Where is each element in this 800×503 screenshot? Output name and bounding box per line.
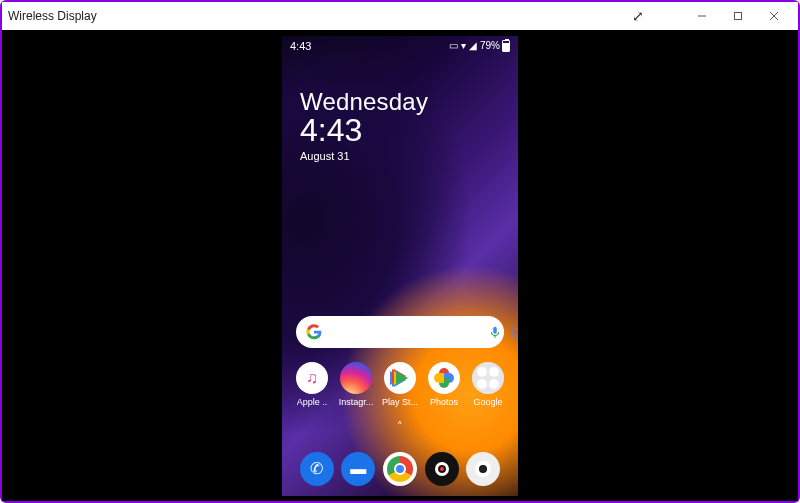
clock-time: 4:43 — [300, 114, 518, 146]
close-icon — [769, 11, 779, 21]
app-photos[interactable]: Photos — [424, 362, 464, 407]
minimize-button[interactable] — [684, 4, 720, 28]
battery-icon — [502, 40, 510, 52]
app-label: Google — [473, 397, 502, 407]
dock-messages[interactable]: ▬ — [341, 452, 375, 486]
status-icons: ▭ ▾ ◢ 79% — [449, 40, 510, 52]
camera-icon — [475, 461, 491, 477]
window-title: Wireless Display — [8, 9, 97, 23]
dock-recorder[interactable] — [425, 452, 459, 486]
instagram-icon — [340, 362, 372, 394]
photos-icon — [428, 362, 460, 394]
dock-chrome[interactable] — [383, 452, 417, 486]
minimize-icon — [697, 11, 707, 21]
app-window: Wireless Display ⤢ 4:43 ▭ ▾ ◢ — [0, 0, 800, 503]
lens-icon[interactable] — [510, 325, 518, 339]
vibrate-icon: ▭ — [449, 40, 458, 51]
window-controls — [684, 4, 792, 28]
chrome-icon — [387, 456, 413, 482]
expand-icon[interactable]: ⤢ — [632, 8, 644, 24]
battery-indicator: 79% — [480, 40, 510, 52]
dock: ✆ ▬ — [282, 452, 518, 486]
app-google-folder[interactable]: Google — [468, 362, 508, 407]
svg-rect-1 — [735, 13, 742, 20]
app-play-store[interactable]: Play St... — [380, 362, 420, 407]
status-clock: 4:43 — [290, 40, 311, 52]
app-label: Photos — [430, 397, 458, 407]
google-logo-icon — [306, 324, 322, 340]
cast-surface: 4:43 ▭ ▾ ◢ 79% Wednesday 4:43 August 31 — [2, 30, 798, 501]
svg-point-5 — [515, 330, 518, 334]
app-drawer-handle[interactable]: ˄ — [397, 420, 403, 433]
status-bar: 4:43 ▭ ▾ ◢ 79% — [282, 36, 518, 54]
mic-icon[interactable] — [488, 325, 502, 339]
recorder-icon — [435, 462, 449, 476]
apple-music-icon: ♫ — [296, 362, 328, 394]
signal-icon: ◢ — [469, 40, 477, 51]
phone-icon: ✆ — [310, 459, 323, 478]
wifi-icon: ▾ — [461, 40, 466, 51]
app-label: Play St... — [382, 397, 418, 407]
chevron-up-icon: ˄ — [397, 420, 403, 432]
dock-camera[interactable] — [466, 452, 500, 486]
clock-widget[interactable]: Wednesday 4:43 August 31 — [300, 88, 518, 162]
clock-date: August 31 — [300, 150, 518, 162]
maximize-button[interactable] — [720, 4, 756, 28]
titlebar[interactable]: Wireless Display ⤢ — [2, 2, 798, 30]
google-folder-icon — [472, 362, 504, 394]
dock-phone[interactable]: ✆ — [300, 452, 334, 486]
play-store-icon — [384, 362, 416, 394]
home-app-row: ♫ Apple .. Instagr... Play St... Photos — [282, 362, 518, 407]
app-label: Apple .. — [297, 397, 328, 407]
messages-icon: ▬ — [350, 460, 366, 478]
app-apple-music[interactable]: ♫ Apple .. — [292, 362, 332, 407]
maximize-icon — [733, 11, 743, 21]
phone-screen[interactable]: 4:43 ▭ ▾ ◢ 79% Wednesday 4:43 August 31 — [282, 36, 518, 496]
google-search-bar[interactable] — [296, 316, 504, 348]
close-button[interactable] — [756, 4, 792, 28]
search-input[interactable] — [330, 316, 480, 348]
app-instagram[interactable]: Instagr... — [336, 362, 376, 407]
app-label: Instagr... — [339, 397, 374, 407]
battery-percent: 79% — [480, 40, 500, 51]
